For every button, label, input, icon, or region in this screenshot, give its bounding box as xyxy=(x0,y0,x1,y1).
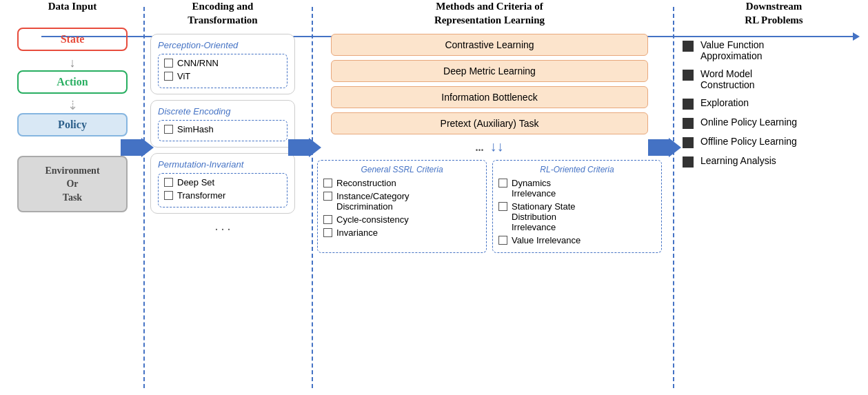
ds-label-3: Exploration xyxy=(700,97,749,108)
reconstruction-cb xyxy=(323,179,332,188)
ds-sq-1 xyxy=(683,41,694,52)
ds-label-4: Online Policy Learning xyxy=(700,117,797,128)
stationary-label: Stationary StateDistributionIrrelevance xyxy=(512,201,576,232)
diagram: Data Input State ↓ Action ⇣ Policy Envir… xyxy=(0,0,868,395)
perception-section: Perception-Oriented CNN/RNN ViT xyxy=(150,34,295,94)
permutation-content: Deep Set Transformer xyxy=(158,173,287,207)
invariance-cb xyxy=(323,228,332,237)
deepset-checkbox xyxy=(164,178,173,187)
col-data-input: Data Input State ↓ Action ⇣ Policy Envir… xyxy=(7,0,138,395)
sep3 xyxy=(673,7,674,388)
rl-criteria: RL-Oriented Criteria DynamicsIrrelevance… xyxy=(492,160,662,253)
reconstruction-item: Reconstruction xyxy=(323,178,481,188)
simhash-item: SimHash xyxy=(164,124,281,134)
state-box: State xyxy=(17,28,128,51)
permutation-title: Permutation-Invariant xyxy=(158,159,287,170)
transformer-label: Transformer xyxy=(177,190,225,201)
ds-label-6: Learning Analysis xyxy=(700,155,776,166)
col2-header: Encoding andTransformation xyxy=(150,0,295,27)
cnn-rnn-item: CNN/RNN xyxy=(164,58,281,68)
ds-sq-2 xyxy=(683,70,694,81)
cycle-item: Cycle-consistency xyxy=(323,214,481,225)
general-criteria: General SSRL Criteria Reconstruction Ins… xyxy=(317,160,487,253)
ds-sq-6 xyxy=(683,156,694,168)
transformer-item: Transformer xyxy=(164,190,281,201)
sep2 xyxy=(312,7,313,388)
method-info-bottleneck: Information Bottleneck xyxy=(331,86,648,108)
vit-label: ViT xyxy=(177,71,190,81)
ds-value-function: Value FunctionApproximation xyxy=(683,39,865,61)
ds-online-policy: Online Policy Learning xyxy=(683,117,865,129)
action-box: Action xyxy=(17,70,128,94)
col1-header: Data Input xyxy=(7,0,138,14)
deepset-label: Deep Set xyxy=(177,177,214,188)
transformer-checkbox xyxy=(164,191,173,200)
downstream-list: Value FunctionApproximation Word ModelCo… xyxy=(683,39,865,168)
col4-header: DownstreamRL Problems xyxy=(683,0,865,27)
invariance-item: Invariance xyxy=(323,227,481,238)
ds-offline-policy: Offline Policy Learning xyxy=(683,136,865,148)
dynamics-item: DynamicsIrrelevance xyxy=(498,178,656,199)
discrimination-cb xyxy=(323,192,332,201)
cycle-label: Cycle-consistency xyxy=(336,214,409,225)
discrete-section: Discrete Encoding SimHash xyxy=(150,100,295,148)
cnn-rnn-label: CNN/RNN xyxy=(177,58,219,68)
big-arrow-2 xyxy=(288,138,321,157)
invariance-label: Invariance xyxy=(336,227,378,238)
method-deep-metric: Deep Metric Learning xyxy=(331,60,648,82)
method-contrastive: Contrastive Learning xyxy=(331,34,648,56)
criteria-row: General SSRL Criteria Reconstruction Ins… xyxy=(317,160,662,253)
arrow-action-to-policy: ⇣ xyxy=(7,99,138,112)
reconstruction-label: Reconstruction xyxy=(336,178,396,188)
dynamics-label: DynamicsIrrelevance xyxy=(512,178,556,199)
cycle-cb xyxy=(323,215,332,224)
stationary-cb xyxy=(498,202,507,211)
big-arrow-1 xyxy=(121,138,154,157)
value-label: Value Irrelevance xyxy=(512,235,581,245)
big-arrow-3 xyxy=(648,138,681,157)
method-pretext: Pretext (Auxiliary) Task xyxy=(331,112,648,134)
discrimination-label: Instance/CategoryDiscrimination xyxy=(336,191,410,212)
env-box: EnvironmentOrTask xyxy=(17,156,128,213)
perception-title: Perception-Oriented xyxy=(158,40,287,50)
simhash-label: SimHash xyxy=(177,124,214,134)
ds-sq-5 xyxy=(683,137,694,148)
ds-label-5: Offline Policy Learning xyxy=(700,136,797,147)
stationary-item: Stationary StateDistributionIrrelevance xyxy=(498,201,656,232)
ds-sq-3 xyxy=(683,99,694,110)
vit-item: ViT xyxy=(164,71,281,81)
methods-dots: ... ↓↓ xyxy=(317,139,662,154)
permutation-section: Permutation-Invariant Deep Set Transform… xyxy=(150,153,295,214)
dynamics-cb xyxy=(498,179,507,188)
ds-word-model: Word ModelConstruction xyxy=(683,68,865,90)
col-encoding: Encoding andTransformation Perception-Or… xyxy=(150,0,295,395)
discrimination-item: Instance/CategoryDiscrimination xyxy=(323,191,481,212)
cnn-rnn-checkbox xyxy=(164,59,173,68)
discrete-title: Discrete Encoding xyxy=(158,106,287,117)
discrete-content: SimHash xyxy=(158,120,287,141)
col-methods: Methods and Criteria ofRepresentation Le… xyxy=(317,0,662,395)
rl-criteria-title: RL-Oriented Criteria xyxy=(498,165,656,174)
col3-header: Methods and Criteria ofRepresentation Le… xyxy=(317,0,662,27)
sep1 xyxy=(143,7,145,388)
deepset-item: Deep Set xyxy=(164,177,281,188)
value-cb xyxy=(498,236,507,245)
vit-checkbox xyxy=(164,72,173,81)
arrow-state-to-policy: ↓ xyxy=(7,57,138,69)
enc-dots: . . . xyxy=(150,219,295,234)
methods-list: Contrastive Learning Deep Metric Learnin… xyxy=(317,34,662,134)
ds-exploration: Exploration xyxy=(683,97,865,110)
ds-sq-4 xyxy=(683,118,694,129)
policy-box: Policy xyxy=(17,113,128,136)
col-downstream: DownstreamRL Problems Value FunctionAppr… xyxy=(683,0,865,395)
general-criteria-title: General SSRL Criteria xyxy=(323,165,481,174)
ds-learning-analysis: Learning Analysis xyxy=(683,155,865,168)
simhash-checkbox xyxy=(164,125,173,134)
ds-label-2: Word ModelConstruction xyxy=(700,68,755,90)
perception-content: CNN/RNN ViT xyxy=(158,54,287,88)
value-item: Value Irrelevance xyxy=(498,235,656,245)
ds-label-1: Value FunctionApproximation xyxy=(700,39,764,61)
